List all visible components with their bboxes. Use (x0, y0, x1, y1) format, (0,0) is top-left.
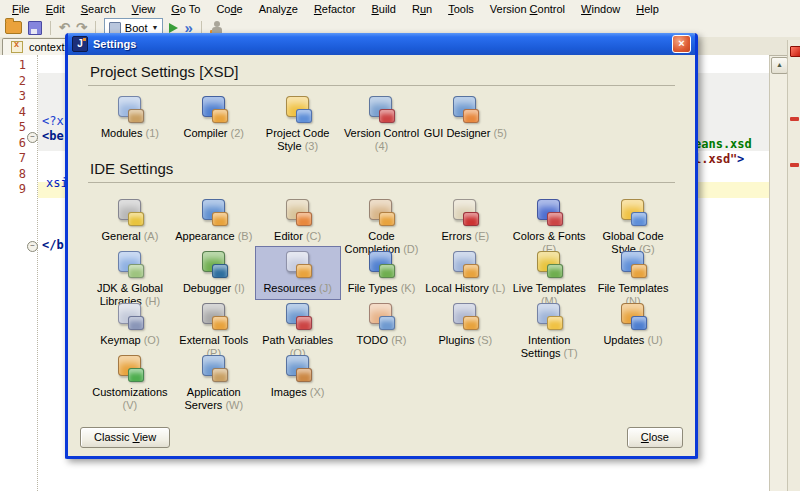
settings-item[interactable]: Colors & Fonts (F) (507, 195, 591, 247)
code-fragment: l.xsd" (694, 153, 737, 166)
menu-item[interactable]: Go To (163, 1, 208, 17)
settings-item[interactable]: Errors (E) (423, 195, 507, 247)
vertical-scrollbar[interactable]: ▲ (769, 56, 788, 491)
fold-marker[interactable]: − (27, 132, 38, 143)
tab-context[interactable]: context (2, 38, 73, 55)
menu-item[interactable]: Edit (38, 1, 73, 17)
resources-icon (283, 249, 313, 279)
settings-item[interactable]: Updates (U) (591, 299, 675, 351)
settings-item[interactable]: Keymap (O) (88, 299, 172, 351)
settings-item[interactable]: Images (X) (256, 351, 340, 403)
settings-item[interactable]: Application Servers (W) (172, 351, 256, 403)
external-tools-icon (199, 301, 229, 331)
settings-item[interactable]: Live Templates (M) (507, 247, 591, 299)
application-servers-icon (199, 353, 229, 383)
error-stripe (787, 40, 800, 491)
line-number: 2 (0, 74, 26, 90)
settings-item[interactable]: File Types (K) (340, 247, 424, 299)
section-divider (88, 85, 675, 86)
settings-item[interactable]: Global Code Style (G) (591, 195, 675, 247)
chevron-down-icon: ▼ (151, 24, 158, 31)
line-number-gutter: 123456789 (0, 58, 26, 198)
menu-item[interactable]: Analyze (251, 1, 306, 17)
settings-item[interactable]: Customizations (V) (88, 351, 172, 403)
settings-item[interactable]: Editor (C) (256, 195, 340, 247)
error-mark[interactable] (790, 117, 799, 121)
appearance-icon (199, 197, 229, 227)
error-mark[interactable] (790, 163, 799, 167)
line-number: 3 (0, 89, 26, 105)
line-number: 7 (0, 151, 26, 167)
settings-item[interactable]: Version Control (4) (340, 92, 424, 148)
settings-item[interactable]: External Tools (P) (172, 299, 256, 351)
global-code-style-icon (618, 197, 648, 227)
general-icon (115, 197, 145, 227)
scroll-up-button[interactable]: ▲ (771, 57, 788, 74)
code-fragment: <?x (42, 115, 64, 128)
line-number: 4 (0, 105, 26, 121)
fold-marker[interactable]: − (27, 241, 38, 252)
settings-item[interactable]: Intention Settings (T) (507, 299, 591, 351)
open-icon[interactable] (5, 21, 22, 34)
plugins-icon (450, 301, 480, 331)
errors-icon (450, 197, 480, 227)
settings-item[interactable]: Plugins (S) (423, 299, 507, 351)
project-settings-grid: Modules (1) Compiler (2) Project Code St… (88, 92, 675, 148)
customizations-icon (115, 353, 145, 383)
images-icon (283, 353, 313, 383)
xml-file-icon (11, 41, 23, 53)
settings-item[interactable]: File Templates (N) (591, 247, 675, 299)
menu-item[interactable]: Code (208, 1, 250, 17)
line-number: 8 (0, 167, 26, 183)
run-icon[interactable] (169, 23, 178, 33)
classic-view-button[interactable]: Classic View (80, 427, 170, 448)
file-types-icon (366, 249, 396, 279)
menu-item[interactable]: View (124, 1, 164, 17)
updates-icon (618, 301, 648, 331)
gutter-divider (37, 55, 39, 491)
editor-icon (283, 197, 313, 227)
live-templates-icon (534, 249, 564, 279)
settings-item[interactable]: Modules (1) (88, 92, 172, 148)
settings-item[interactable]: General (A) (88, 195, 172, 247)
section-heading-ide: IDE Settings (90, 160, 675, 179)
menu-item[interactable]: Help (628, 1, 667, 17)
intention-settings-icon (534, 301, 564, 331)
settings-item[interactable]: Local History (L) (423, 247, 507, 299)
save-icon[interactable] (28, 21, 42, 35)
jdk-global-libraries-icon (115, 249, 145, 279)
code-completion-icon (366, 197, 396, 227)
menu-item[interactable]: Version Control (482, 1, 573, 17)
menu-item[interactable]: Tools (440, 1, 482, 17)
settings-item[interactable]: TODO (R) (340, 299, 424, 351)
tab-label: context (29, 41, 64, 53)
menu-item[interactable]: Build (363, 1, 403, 17)
settings-item[interactable]: GUI Designer (5) (423, 92, 507, 148)
settings-item[interactable]: Project Code Style (3) (256, 92, 340, 148)
menu-item[interactable]: Refactor (306, 1, 364, 17)
menu-item[interactable]: Run (404, 1, 440, 17)
menu-item[interactable]: Search (73, 1, 124, 17)
settings-item[interactable]: JDK & Global Libraries (H) (88, 247, 172, 299)
local-history-icon (450, 249, 480, 279)
error-indicator-icon[interactable] (790, 46, 800, 57)
dialog-title-bar[interactable]: J Settings × (68, 33, 695, 55)
settings-item[interactable]: Debugger (I) (172, 247, 256, 299)
menu-item[interactable]: Window (573, 1, 628, 17)
settings-item[interactable]: Path Variables (Q) (256, 299, 340, 351)
settings-item[interactable]: Appearance (B) (172, 195, 256, 247)
settings-item[interactable]: Resources (J) (256, 247, 340, 299)
ide-settings-grid: General (A) Appearance (B) Editor (C) (88, 195, 675, 403)
line-number: 6 (0, 136, 26, 152)
run-config-label: Boot (125, 22, 148, 34)
settings-dialog: J Settings × Project Settings [XSD] Modu… (65, 33, 698, 459)
intellij-logo-icon: J (72, 36, 88, 52)
menu-item[interactable]: File (4, 1, 38, 17)
section-heading-project: Project Settings [XSD] (90, 63, 675, 82)
debug-icon[interactable]: » (184, 22, 192, 34)
settings-item[interactable]: Code Completion (D) (340, 195, 424, 247)
settings-item[interactable]: Compiler (2) (172, 92, 256, 148)
line-number: 9 (0, 182, 26, 198)
close-button[interactable]: Close (627, 427, 683, 448)
close-icon[interactable]: × (672, 35, 691, 53)
